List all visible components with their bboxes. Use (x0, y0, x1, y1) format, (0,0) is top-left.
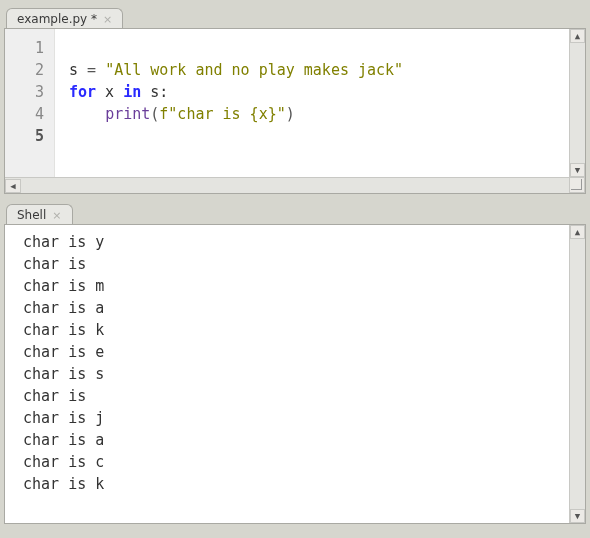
shell-line: char is e (23, 341, 581, 363)
line-number-gutter: 1 2 3 4 5 (5, 29, 55, 177)
shell-line: char is (23, 253, 581, 275)
code-token: x (96, 83, 123, 101)
scroll-track[interactable] (570, 239, 585, 509)
shell-prompt[interactable]: >>> (23, 519, 63, 523)
shell-vertical-scrollbar[interactable]: ▲ ▼ (569, 225, 585, 523)
shell-line: char is k (23, 473, 581, 495)
code-token: s (69, 61, 78, 79)
scroll-down-icon[interactable]: ▼ (570, 509, 585, 523)
line-number: 1 (11, 37, 44, 59)
shell-line: char is j (23, 407, 581, 429)
shell-pane: Shell × char is ychar is char is mchar i… (4, 200, 586, 524)
scroll-up-icon[interactable]: ▲ (570, 225, 585, 239)
line-number: 3 (11, 81, 44, 103)
shell-line: char is c (23, 451, 581, 473)
code-token-keyword: in (123, 83, 141, 101)
code-line-current[interactable] (69, 125, 577, 147)
code-text[interactable]: s = "All work and no play makes jack"for… (55, 29, 585, 177)
editor-area: 1 2 3 4 5 s = "All work and no play make… (4, 28, 586, 194)
scroll-up-icon[interactable]: ▲ (570, 29, 585, 43)
shell-blank-line (23, 495, 581, 517)
shell-output[interactable]: char is ychar is char is mchar is achar … (5, 225, 585, 523)
code-line[interactable]: for x in s: (69, 81, 577, 103)
code-token: = (78, 61, 105, 79)
code-token-keyword: for (69, 83, 96, 101)
code-line[interactable]: s = "All work and no play makes jack" (69, 59, 577, 81)
editor-tabbar: example.py * × (4, 4, 586, 28)
resize-grip-icon[interactable] (569, 177, 585, 193)
editor-horizontal-scrollbar[interactable]: ◀ ▶ (5, 177, 585, 193)
editor-tab[interactable]: example.py * × (6, 8, 123, 29)
shell-tabbar: Shell × (4, 200, 586, 224)
shell-line: char is a (23, 297, 581, 319)
editor-pane: example.py * × 1 2 3 4 5 s = "All work a… (4, 4, 586, 194)
code-token: ) (286, 105, 295, 123)
line-number: 2 (11, 59, 44, 81)
code-token-string: f"char is {x}" (159, 105, 285, 123)
scroll-down-icon[interactable]: ▼ (570, 163, 585, 177)
shell-line: char is m (23, 275, 581, 297)
code-token: s: (141, 83, 168, 101)
shell-area: char is ychar is char is mchar is achar … (4, 224, 586, 524)
close-icon[interactable]: × (52, 210, 61, 221)
shell-tab[interactable]: Shell × (6, 204, 73, 225)
shell-line: char is s (23, 363, 581, 385)
code-line[interactable] (69, 37, 577, 59)
code-token: ( (150, 105, 159, 123)
scroll-left-icon[interactable]: ◀ (5, 179, 21, 193)
scroll-track[interactable] (570, 43, 585, 163)
code-token (69, 105, 105, 123)
shell-line: char is k (23, 319, 581, 341)
line-number: 4 (11, 103, 44, 125)
editor-body[interactable]: 1 2 3 4 5 s = "All work and no play make… (5, 29, 585, 177)
editor-tab-label: example.py * (17, 12, 97, 26)
close-icon[interactable]: × (103, 14, 112, 25)
shell-line: char is (23, 385, 581, 407)
shell-line: char is y (23, 231, 581, 253)
code-line[interactable]: print(f"char is {x}") (69, 103, 577, 125)
shell-line: char is a (23, 429, 581, 451)
scroll-track[interactable] (21, 178, 569, 193)
line-number-current: 5 (11, 125, 44, 147)
code-token-func: print (105, 105, 150, 123)
shell-tab-label: Shell (17, 208, 46, 222)
code-token-string: "All work and no play makes jack" (105, 61, 403, 79)
editor-vertical-scrollbar[interactable]: ▲ ▼ (569, 29, 585, 177)
